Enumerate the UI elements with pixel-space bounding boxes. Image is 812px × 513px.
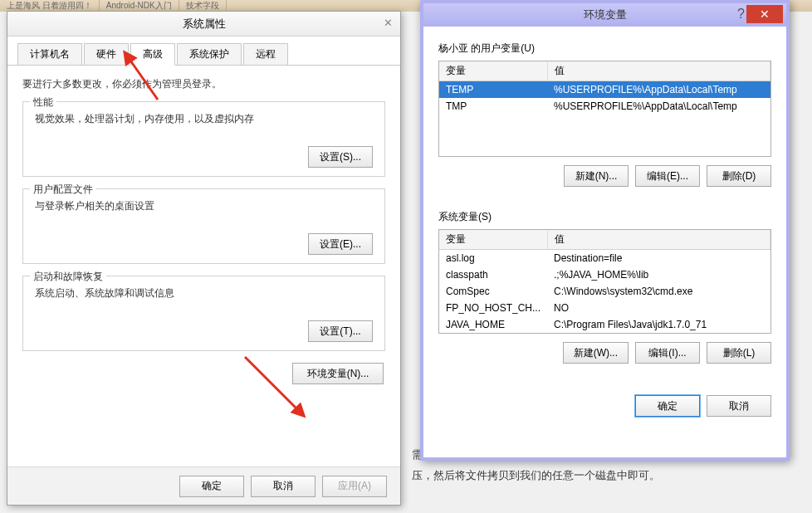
table-row[interactable]: classpath.;%JAVA_HOME%\lib: [439, 266, 770, 283]
close-icon[interactable]: ✕: [380, 17, 395, 32]
tab-row: 计算机名 硬件 高级 系统保护 远程: [7, 37, 400, 66]
group-desc: 与登录帐户相关的桌面设置: [35, 199, 373, 213]
user-vars-label: 杨小亚 的用户变量(U): [438, 42, 771, 56]
cell-val: C:\Windows\system32\cmd.exe: [547, 283, 770, 300]
sys-edit-button[interactable]: 编辑(I)...: [635, 342, 700, 364]
admin-note: 要进行大多数更改，你必须作为管理员登录。: [22, 77, 385, 91]
ok-button[interactable]: 确定: [179, 476, 244, 497]
apply-button[interactable]: 应用(A): [322, 476, 387, 497]
sys-vars-label: 系统变量(S): [438, 210, 771, 224]
user-delete-button[interactable]: 删除(D): [707, 165, 771, 187]
environment-variables-button[interactable]: 环境变量(N)...: [292, 363, 384, 384]
dialog-footer: 确定 取消: [423, 385, 786, 427]
startup-settings-button[interactable]: 设置(T)...: [308, 320, 373, 342]
dialog-title: 系统属性: [183, 17, 226, 32]
ok-button[interactable]: 确定: [635, 395, 700, 417]
table-row[interactable]: TMP%USERPROFILE%\AppData\Local\Temp: [439, 98, 770, 115]
cell-val: .;%JAVA_HOME%\lib: [547, 266, 770, 283]
dialog-footer: 确定 取消 应用(A): [7, 467, 400, 505]
sys-new-button[interactable]: 新建(W)...: [563, 342, 629, 364]
tab-advanced[interactable]: 高级: [130, 43, 175, 66]
cancel-button[interactable]: 取消: [251, 476, 316, 497]
col-variable[interactable]: 变量: [439, 230, 547, 250]
system-properties-dialog: 系统属性 ✕ 计算机名 硬件 高级 系统保护 远程 要进行大多数更改，你必须作为…: [7, 11, 401, 506]
user-edit-button[interactable]: 编辑(E)...: [635, 165, 700, 187]
group-label: 性能: [30, 95, 56, 110]
environment-variables-dialog: 环境变量 ? ✕ 杨小亚 的用户变量(U) 变量 值 TEMP%USERPROF…: [420, 0, 790, 461]
cell-var: TMP: [439, 98, 547, 115]
tab-computer-name[interactable]: 计算机名: [17, 43, 82, 65]
cell-var: TEMP: [439, 81, 547, 99]
user-vars-table[interactable]: 变量 值 TEMP%USERPROFILE%\AppData\Local\Tem…: [438, 61, 771, 157]
startup-recovery-group: 启动和故障恢复 系统启动、系统故障和调试信息 设置(T)...: [22, 276, 385, 351]
table-row[interactable]: asl.logDestination=file: [439, 250, 770, 267]
tab-system-protection[interactable]: 系统保护: [177, 43, 242, 65]
cell-var: JAVA_HOME: [439, 316, 547, 333]
sys-vars-table[interactable]: 变量 值 asl.logDestination=fileclasspath.;%…: [438, 229, 771, 334]
table-row[interactable]: ComSpecC:\Windows\system32\cmd.exe: [439, 283, 770, 300]
cell-val: %USERPROFILE%\AppData\Local\Temp: [547, 81, 770, 99]
col-value[interactable]: 值: [547, 230, 770, 250]
group-label: 用户配置文件: [30, 183, 96, 197]
tab-hardware[interactable]: 硬件: [84, 43, 129, 65]
performance-settings-button[interactable]: 设置(S)...: [308, 146, 373, 168]
group-desc: 系统启动、系统故障和调试信息: [35, 286, 373, 300]
tab-remote[interactable]: 远程: [243, 43, 288, 65]
cell-var: FP_NO_HOST_CH...: [439, 300, 547, 316]
titlebar[interactable]: 环境变量 ? ✕: [423, 3, 786, 27]
group-desc: 视觉效果，处理器计划，内存使用，以及虚拟内存: [35, 112, 373, 126]
user-profile-group: 用户配置文件 与登录帐户相关的桌面设置 设置(E)...: [22, 188, 385, 264]
cancel-button[interactable]: 取消: [707, 395, 771, 417]
user-new-button[interactable]: 新建(N)...: [564, 165, 629, 187]
profile-settings-button[interactable]: 设置(E)...: [308, 233, 373, 255]
dialog-title: 环境变量: [584, 7, 627, 22]
col-value[interactable]: 值: [547, 61, 770, 81]
cell-var: classpath: [439, 266, 547, 283]
group-label: 启动和故障恢复: [30, 270, 106, 284]
help-icon[interactable]: ?: [737, 7, 745, 22]
cell-val: NO: [547, 300, 770, 316]
table-row[interactable]: JAVA_HOMEC:\Program Files\Java\jdk1.7.0_…: [439, 316, 770, 333]
sys-delete-button[interactable]: 删除(L): [707, 342, 771, 364]
cell-val: C:\Program Files\Java\jdk1.7.0_71: [547, 316, 770, 333]
cell-val: %USERPROFILE%\AppData\Local\Temp: [547, 98, 770, 115]
close-icon[interactable]: ✕: [746, 5, 783, 23]
performance-group: 性能 视觉效果，处理器计划，内存使用，以及虚拟内存 设置(S)...: [22, 101, 385, 177]
titlebar[interactable]: 系统属性 ✕: [7, 12, 400, 37]
table-row[interactable]: FP_NO_HOST_CH...NO: [439, 300, 770, 316]
col-variable[interactable]: 变量: [439, 61, 547, 81]
cell-var: asl.log: [439, 250, 547, 267]
cell-val: Destination=file: [547, 250, 770, 267]
table-row[interactable]: TEMP%USERPROFILE%\AppData\Local\Temp: [439, 81, 770, 99]
cell-var: ComSpec: [439, 283, 547, 300]
